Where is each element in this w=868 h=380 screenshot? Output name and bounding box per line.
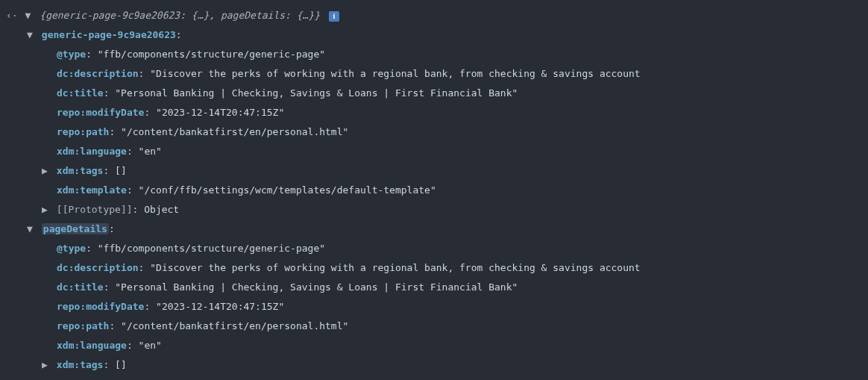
prop-key: repo:modifyDate — [57, 107, 144, 118]
prop-description: dc:description: "Discover the perks of w… — [0, 64, 868, 84]
section-1-header[interactable]: ▼ generic-page-9c9ae20623: — [0, 25, 868, 45]
prop-key: repo:modifyDate — [57, 301, 144, 312]
prop-value: "2023-12-14T20:47:15Z" — [156, 107, 284, 118]
prop-modify-date: repo:modifyDate: "2023-12-14T20:47:15Z" — [0, 103, 868, 122]
info-icon[interactable]: i — [329, 11, 339, 22]
prop-value: "/content/bankatfirst/en/personal.html" — [121, 126, 348, 137]
summary-open-brace: { — [40, 10, 45, 21]
section-2-name: pageDetails — [42, 223, 109, 234]
prop-key: xdm:tags — [57, 359, 104, 370]
colon: : — [176, 29, 182, 40]
prop-template: xdm:template: "/conf/ffb/settings/wcm/te… — [0, 375, 868, 380]
expand-arrow-icon[interactable]: ▶ — [42, 161, 51, 181]
prop-type: @type: "ffb/components/structure/generic… — [0, 239, 868, 258]
expand-arrow-icon[interactable]: ▶ — [42, 355, 51, 375]
section-1-name: generic-page-9c9ae20623 — [42, 29, 176, 40]
prop-key: @type — [57, 49, 86, 60]
prop-type: @type: "ffb/components/structure/generic… — [0, 45, 868, 64]
summary-key-1: generic-page-9c9ae20623 — [45, 10, 180, 21]
prop-key: repo:path — [57, 320, 109, 331]
prop-value: "/conf/ffb/settings/wcm/templates/defaul… — [139, 184, 436, 196]
prop-value: "en" — [139, 146, 162, 157]
object-summary-row: ‹· ▼ {generic-page-9c9ae20623: {…}, page… — [0, 6, 868, 25]
prop-value: "Personal Banking | Checking, Savings & … — [115, 281, 518, 293]
prop-key: dc:title — [57, 281, 104, 293]
summary-close-brace: } — [314, 10, 320, 21]
prop-value: "Discover the perks of working with a re… — [150, 68, 640, 79]
prop-modify-date: repo:modifyDate: "2023-12-14T20:47:15Z" — [0, 297, 868, 317]
prop-value: "Personal Banking | Checking, Savings & … — [115, 87, 518, 99]
prop-description: dc:description: "Discover the perks of w… — [0, 258, 868, 278]
prop-path: repo:path: "/content/bankatfirst/en/pers… — [0, 317, 868, 336]
prop-key: @type — [57, 243, 86, 254]
prop-key: dc:description — [57, 262, 139, 273]
summary-key-2: pageDetails — [221, 10, 285, 21]
section-2-header[interactable]: ▼ pageDetails: — [0, 219, 868, 239]
prop-path: repo:path: "/content/bankatfirst/en/pers… — [0, 122, 868, 142]
prop-value: "ffb/components/structure/generic-page" — [98, 243, 325, 254]
prop-prototype[interactable]: ▶ [[Prototype]]: Object — [0, 200, 868, 219]
back-icon[interactable]: ‹· — [6, 6, 18, 25]
expand-arrow-icon[interactable]: ▶ — [42, 200, 51, 219]
prop-value: "/content/bankatfirst/en/personal.html" — [121, 320, 348, 331]
summary-colon-1: : — [180, 10, 192, 21]
summary-colon-2: : — [285, 10, 297, 21]
prop-key: dc:title — [57, 87, 104, 99]
prop-value: [] — [115, 359, 127, 370]
expand-arrow-icon[interactable]: ▼ — [27, 219, 36, 239]
prop-key: xdm:tags — [57, 165, 104, 176]
prop-template: xdm:template: "/conf/ffb/settings/wcm/te… — [0, 181, 868, 200]
prop-key: repo:path — [57, 126, 109, 137]
prop-value: "Discover the perks of working with a re… — [150, 262, 640, 273]
summary-ellipsis-1: {…} — [192, 10, 209, 21]
prop-language: xdm:language: "en" — [0, 336, 868, 355]
prop-title: dc:title: "Personal Banking | Checking, … — [0, 84, 868, 103]
prop-key: xdm:language — [57, 146, 127, 157]
prop-value: "en" — [139, 340, 162, 351]
colon: : — [109, 223, 115, 234]
summary-comma-1: , — [209, 10, 221, 21]
prop-value: "ffb/components/structure/generic-page" — [98, 49, 325, 60]
prop-value: Object — [144, 204, 179, 215]
prop-tags[interactable]: ▶ xdm:tags: [] — [0, 161, 868, 181]
prop-language: xdm:language: "en" — [0, 142, 868, 161]
prop-key: [[Prototype]] — [57, 204, 133, 215]
prop-value: "2023-12-14T20:47:15Z" — [156, 301, 284, 312]
expand-arrow-icon[interactable]: ▼ — [27, 25, 36, 45]
prop-key: xdm:language — [57, 340, 127, 351]
prop-value: [] — [115, 165, 127, 176]
prop-title: dc:title: "Personal Banking | Checking, … — [0, 278, 868, 297]
summary-ellipsis-2: {…} — [297, 10, 314, 21]
prop-key: xdm:template — [57, 184, 127, 196]
prop-key: dc:description — [57, 68, 139, 79]
prop-tags[interactable]: ▶ xdm:tags: [] — [0, 355, 868, 375]
expand-arrow-icon[interactable]: ▼ — [25, 6, 34, 25]
